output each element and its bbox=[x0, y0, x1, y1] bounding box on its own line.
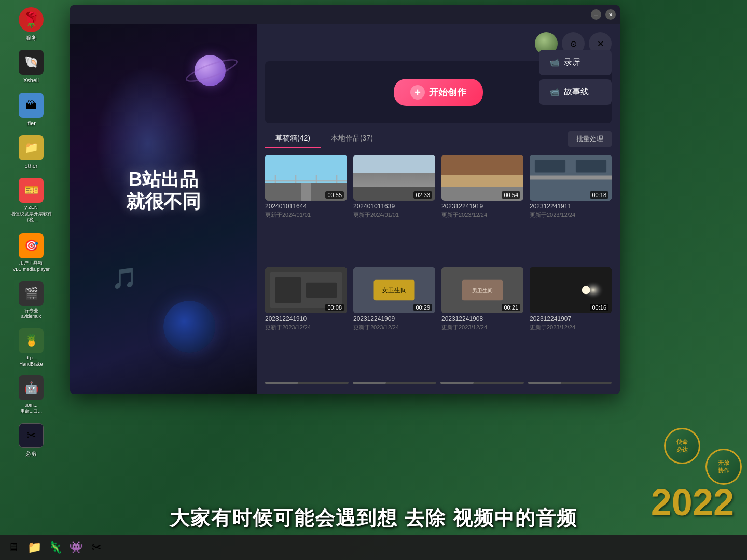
badge-openness-line2: 协作 bbox=[718, 467, 729, 474]
svg-text:女卫生间: 女卫生间 bbox=[382, 287, 407, 294]
video-info-8: 202312241907 更新于2023/12/24 bbox=[530, 313, 612, 333]
video-thumbnail-2: 02:33 bbox=[353, 155, 435, 201]
video-date-4: 更新于2023/12/24 bbox=[530, 211, 612, 219]
screen-record-label: 录屏 bbox=[564, 57, 580, 68]
video-info-5: 202312241910 更新于2023/12/24 bbox=[265, 313, 347, 333]
desktop-icon-zen[interactable]: 🎫 y ZEN增值税发票开票软件（税... bbox=[8, 176, 54, 225]
video-title-8: 202312241907 bbox=[530, 315, 612, 323]
desktop-icon-avidemux[interactable]: 🎬 行专业avidemux bbox=[8, 279, 54, 322]
video-card-5[interactable]: 00:08 202312241910 更新于2023/12/24 bbox=[265, 267, 347, 373]
video-card-4[interactable]: 00:18 202312241911 更新于2023/12/24 bbox=[530, 155, 612, 261]
taskbar-icon-desktop[interactable]: 🖥 bbox=[4, 538, 23, 557]
banner-planet-bottom bbox=[163, 301, 215, 353]
svg-point-24 bbox=[582, 286, 590, 295]
video-info-6: 202312241909 更新于2023/12/24 bbox=[353, 313, 435, 333]
video-thumbnail-1: 00:55 bbox=[265, 155, 347, 201]
icon-label-zen: y ZEN增值税发票开票软件（税... bbox=[10, 205, 52, 223]
banner-planet-top bbox=[195, 55, 226, 86]
taskbar-icon-game[interactable]: 👾 bbox=[66, 538, 85, 557]
video-thumbnail-7: 男卫生间 00:21 bbox=[441, 267, 523, 313]
video-date-3: 更新于2023/12/24 bbox=[441, 211, 523, 219]
scroll-bar-2 bbox=[353, 382, 436, 384]
desktop-icon-robot[interactable]: 🤖 com...用命...口... bbox=[8, 373, 54, 416]
taskbar-icon-lizard[interactable]: 🦎 bbox=[46, 538, 64, 557]
video-card-8[interactable]: 00:16 202312241907 更新于2023/12/24 bbox=[530, 267, 612, 373]
video-thumbnail-8: 00:16 bbox=[530, 267, 612, 313]
video-title-4: 202312241911 bbox=[530, 203, 612, 210]
icon-label-bianji: 必剪 bbox=[25, 450, 37, 457]
tab-draft[interactable]: 草稿箱(42) bbox=[265, 130, 321, 148]
desktop: 🌹 服务 🐚 Xshell 🏔 ifier 📁 other 🎫 y ZEN增值税… bbox=[0, 0, 747, 560]
batch-process-button[interactable]: 批量处理 bbox=[568, 131, 612, 147]
video-title-3: 202312241919 bbox=[441, 203, 523, 210]
video-duration-3: 00:54 bbox=[502, 191, 520, 199]
close-button[interactable]: ✕ bbox=[605, 9, 616, 20]
screen-record-button[interactable]: 📹 录屏 bbox=[539, 50, 612, 75]
badge-mission-line1: 使命 bbox=[676, 438, 688, 446]
desktop-icon-xshell[interactable]: 🐚 Xshell bbox=[8, 48, 54, 86]
svg-rect-11 bbox=[576, 160, 606, 173]
icon-label-services: 服务 bbox=[25, 34, 37, 41]
video-title-1: 202401011644 bbox=[265, 203, 347, 210]
title-bar: ─ ✕ bbox=[70, 5, 620, 24]
desktop-icon-vlc[interactable]: 🎯 用户工具箱VLC media player bbox=[8, 231, 54, 274]
video-date-5: 更新于2023/12/24 bbox=[265, 324, 347, 331]
video-duration-7: 00:21 bbox=[502, 304, 520, 311]
create-plus-icon: + bbox=[410, 85, 425, 100]
banner-title: B站出品 就很不同 bbox=[126, 168, 201, 213]
video-card-1[interactable]: 00:55 202401011644 更新于2024/01/01 bbox=[265, 155, 347, 261]
desktop-icon-other[interactable]: 📁 other bbox=[8, 133, 54, 172]
video-card-2[interactable]: 02:33 202401011639 更新于2024/01/01 bbox=[353, 155, 435, 261]
icon-label-vlc: 用户工具箱VLC media player bbox=[12, 260, 50, 272]
video-thumbnail-6: 女卫生间 00:29 bbox=[353, 267, 435, 313]
video-duration-2: 02:33 bbox=[413, 191, 432, 199]
scroll-bar-1 bbox=[265, 382, 349, 384]
banner-title-line1: B站出品 bbox=[126, 168, 201, 190]
taskbar-icon-explorer[interactable]: 📁 bbox=[25, 538, 44, 557]
svg-rect-0 bbox=[265, 155, 347, 183]
taskbar-icon-scissors[interactable]: ✂ bbox=[87, 538, 106, 557]
desktop-icon-services[interactable]: 🌹 服务 bbox=[8, 5, 54, 44]
icon-label-notifier: ifier bbox=[26, 120, 36, 127]
window-content: B站出品 就很不同 🎵 ⊙ ✕ + bbox=[70, 24, 620, 394]
video-card-7[interactable]: 男卫生间 00:21 202312241908 更新于2023/12/24 bbox=[441, 267, 523, 373]
video-duration-4: 00:18 bbox=[590, 191, 608, 199]
create-button-label: 开始创作 bbox=[429, 86, 466, 99]
video-thumbnail-3: 00:54 bbox=[441, 155, 523, 201]
banner-title-line2: 就很不同 bbox=[126, 190, 201, 213]
banner-note-icon: 🎵 bbox=[112, 266, 137, 290]
right-panel: ⊙ ✕ + 开始创作 📹 录屏 📹 bbox=[257, 24, 620, 394]
minimize-button[interactable]: ─ bbox=[591, 9, 601, 20]
app-window: ─ ✕ B站出品 就很不同 🎵 bbox=[70, 5, 620, 394]
taskbar: 🖥 📁 🦎 👾 ✂ bbox=[0, 535, 747, 560]
video-card-3[interactable]: 00:54 202312241919 更新于2023/12/24 bbox=[441, 155, 523, 261]
taskbar-items: 🖥 📁 🦎 👾 ✂ bbox=[4, 538, 106, 557]
desktop-icon-notifier[interactable]: 🏔 ifier bbox=[8, 91, 54, 129]
desktop-icon-bianji[interactable]: ✂ 必剪 bbox=[8, 421, 54, 459]
create-button[interactable]: + 开始创作 bbox=[394, 79, 483, 106]
left-banner: B站出品 就很不同 🎵 bbox=[70, 24, 257, 394]
video-info-4: 202312241911 更新于2023/12/24 bbox=[530, 201, 612, 221]
video-date-7: 更新于2023/12/24 bbox=[441, 324, 523, 331]
video-card-6[interactable]: 女卫生间 00:29 202312241909 更新于2023/12/24 bbox=[353, 267, 435, 373]
scroll-indicators bbox=[265, 380, 612, 386]
video-duration-8: 00:16 bbox=[590, 304, 608, 311]
video-info-1: 202401011644 更新于2024/01/01 bbox=[265, 201, 347, 221]
badge-openness: 开放 协作 bbox=[706, 449, 742, 485]
storyboard-label: 故事线 bbox=[564, 87, 589, 97]
video-date-8: 更新于2023/12/24 bbox=[530, 324, 612, 331]
icon-label-avidemux: 行专业avidemux bbox=[21, 308, 42, 320]
video-title-7: 202312241908 bbox=[441, 315, 523, 323]
desktop-icon-list: 🌹 服务 🐚 Xshell 🏔 ifier 📁 other 🎫 y ZEN增值税… bbox=[0, 0, 62, 535]
video-date-2: 更新于2024/01/01 bbox=[353, 211, 435, 219]
badge-openness-line1: 开放 bbox=[718, 459, 729, 467]
storyboard-button[interactable]: 📹 故事线 bbox=[539, 79, 612, 105]
icon-label-handbrake: d-p...HandBrake bbox=[19, 355, 43, 367]
video-info-2: 202401011639 更新于2024/01/01 bbox=[353, 201, 435, 221]
tab-local[interactable]: 本地作品(37) bbox=[321, 130, 383, 148]
camera-icon: 📹 bbox=[549, 58, 560, 67]
video-duration-1: 00:55 bbox=[325, 191, 344, 199]
video-title-5: 202312241910 bbox=[265, 315, 347, 323]
desktop-icon-handbrake[interactable]: 🍍 d-p...HandBrake bbox=[8, 326, 54, 369]
icon-label-other: other bbox=[24, 162, 37, 170]
